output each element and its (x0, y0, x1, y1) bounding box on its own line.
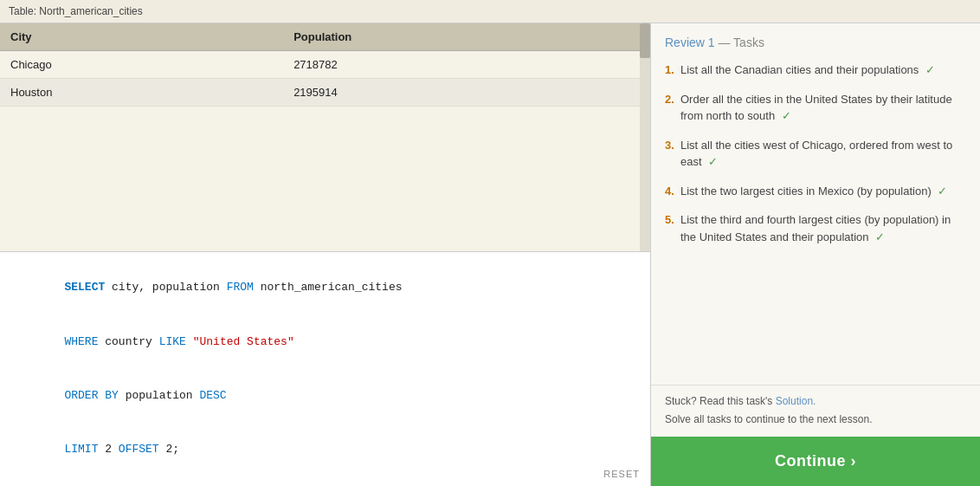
task-check-3: ✓ (938, 185, 947, 198)
left-panel: City Population Chicago 2718782 Houston … (0, 23, 651, 486)
reset-button[interactable]: RESET (603, 469, 640, 479)
col-city: City (0, 23, 283, 51)
task-check-0: ✓ (925, 63, 935, 76)
task-text-4: List the two largest cities in Mexico (b… (680, 183, 966, 200)
task-item-1: 1. List all the Canadian cities and thei… (665, 62, 966, 79)
task-item-5: 5. List the third and fourth largest cit… (665, 211, 966, 245)
task-check-4: ✓ (875, 230, 885, 243)
task-text-1: List all the Canadian cities and their p… (680, 62, 966, 79)
solution-link[interactable]: Solution. (776, 395, 816, 407)
table-area: City Population Chicago 2718782 Houston … (0, 23, 650, 251)
table-row: Chicago 2718782 (0, 51, 640, 79)
right-panel: Review 1 — Tasks 1. List all the Canadia… (651, 23, 980, 486)
cell-population: 2718782 (283, 51, 640, 79)
task-text-3: List all the cities west of Chicago, ord… (680, 137, 966, 171)
scrollbar-track[interactable] (640, 23, 650, 251)
tasks-section: Review 1 — Tasks 1. List all the Canadia… (651, 23, 980, 385)
code-line-4: LIMIT 2 OFFSET 2; (10, 424, 640, 477)
cell-city: Chicago (0, 51, 283, 79)
code-line-1: SELECT city, population FROM north_ameri… (10, 261, 640, 314)
tasks-title: Review 1 — Tasks (665, 36, 966, 49)
task-number-3: 3. (665, 137, 677, 154)
task-item-4: 4. List the two largest cities in Mexico… (665, 183, 966, 200)
cell-population: 2195914 (283, 79, 640, 107)
task-text-5: List the third and fourth largest cities… (680, 211, 966, 245)
task-number-1: 1. (665, 62, 677, 79)
task-number-4: 4. (665, 183, 677, 200)
col-population: Population (283, 23, 640, 51)
scrollbar-thumb[interactable] (640, 23, 650, 58)
table-label: Table: North_american_cities (0, 0, 980, 23)
task-item-3: 3. List all the cities west of Chicago, … (665, 137, 966, 171)
code-line-3: ORDER BY population DESC (10, 369, 640, 423)
table-header-row: City Population (0, 23, 640, 51)
table-row: Houston 2195914 (0, 79, 640, 107)
tasks-list: 1. List all the Canadian cities and thei… (665, 62, 966, 245)
continue-button[interactable]: Continue › (651, 437, 980, 486)
task-check-1: ✓ (782, 109, 791, 122)
stuck-section: Stuck? Read this task's Solution. Solve … (651, 385, 980, 437)
cell-city: Houston (0, 79, 283, 107)
code-editor[interactable]: SELECT city, population FROM north_ameri… (0, 251, 650, 486)
task-number-5: 5. (665, 211, 677, 229)
code-line-2: WHERE country LIKE "United States" (10, 315, 640, 369)
task-item-2: 2. Order all the cities in the United St… (665, 91, 966, 125)
task-text-2: Order all the cities in the United State… (680, 91, 966, 125)
task-check-2: ✓ (708, 155, 718, 168)
data-table: City Population Chicago 2718782 Houston … (0, 23, 640, 107)
task-number-2: 2. (665, 91, 677, 108)
